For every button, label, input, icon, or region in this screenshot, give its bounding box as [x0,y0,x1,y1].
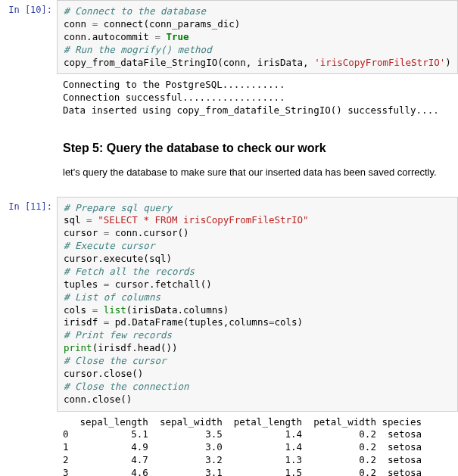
code-line: print(irisdf.head()) [64,342,178,353]
code-cell-11: In [11]: # Prepare sql query sql = "SELE… [0,197,458,412]
code-line: # Close the connection [64,381,189,392]
stdout-10: Connecting to the PostgreSQL........... … [57,74,458,122]
code-line: # Execute cursor [64,240,154,251]
code-line: cols = list(irisData.columns) [64,304,229,316]
markdown-prompt [0,122,57,197]
code-cell-10: In [10]: # Connect to the database conn … [0,0,458,74]
step-description: let's query the database to make sure th… [63,166,452,179]
input-prompt-10: In [10]: [0,0,57,74]
stdout-11: sepal_length sepal_width petal_length pe… [57,412,458,476]
input-prompt-11: In [11]: [0,197,57,412]
markdown-cell: Step 5: Query the database to check our … [0,122,458,197]
markdown-content: Step 5: Query the database to check our … [57,122,458,197]
code-line: cursor.execute(sql) [64,253,172,264]
code-line: cursor.close() [64,368,143,379]
output-cell-10: . Connecting to the PostgreSQL..........… [0,74,458,122]
code-line: conn.autocommit = True [64,31,189,42]
code-line: # Run the mogrify() method [64,44,212,55]
code-line: sql = "SELECT * FROM irisCopyFromFileStr… [64,214,309,226]
code-line: conn.close() [64,394,132,405]
code-line: # Connect to the database [64,5,206,17]
code-line: tuples = cursor.fetchall() [64,278,212,290]
code-line: # List of columns [64,291,160,303]
code-line: cursor = conn.cursor() [64,227,189,238]
code-line: # Prepare sql query [64,202,172,213]
code-input-10[interactable]: # Connect to the database conn = connect… [57,0,458,74]
output-cell-11: . sepal_length sepal_width petal_length … [0,412,458,476]
code-line: # Close the cursor [64,355,166,366]
code-line: conn = connect(conn_params_dic) [64,18,240,30]
code-input-11[interactable]: # Prepare sql query sql = "SELECT * FROM… [57,197,458,412]
step-heading: Step 5: Query the database to check our … [63,140,452,157]
code-line: # Print few records [64,329,172,341]
code-line: # Fetch all the records [64,266,195,277]
code-line: irisdf = pd.DataFrame(tuples,columns=col… [64,316,303,328]
code-line: copy_from_dataFile_StringIO(conn, irisDa… [64,57,451,68]
